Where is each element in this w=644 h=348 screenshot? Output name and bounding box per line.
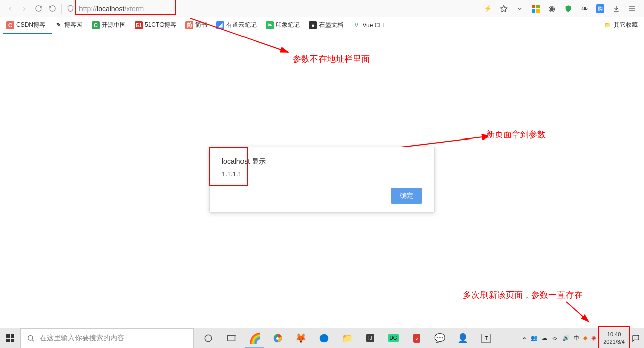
search-icon: [27, 334, 35, 342]
bookmark-0[interactable]: CCSDN博客: [3, 19, 48, 31]
svg-rect-13: [6, 339, 10, 342]
shield-icon[interactable]: [67, 5, 77, 12]
tray-volume-icon[interactable]: 🔊: [562, 335, 570, 341]
start-button[interactable]: [0, 328, 20, 349]
back-button[interactable]: [3, 2, 17, 16]
clock-time: 10:40: [603, 331, 625, 338]
bookmark-2[interactable]: C开源中国: [89, 19, 129, 31]
bookmark-1[interactable]: ✎博客园: [51, 19, 86, 31]
app-firefox[interactable]: 🦊: [289, 328, 312, 349]
download-icon[interactable]: [612, 4, 621, 13]
svg-line-20: [235, 335, 236, 336]
bookmark-label: 有道云笔记: [226, 21, 257, 29]
bookmark-4[interactable]: 简简书: [182, 19, 210, 31]
extension-icon-1[interactable]: ◉: [547, 4, 556, 13]
bookmark-label: 印象笔记: [276, 21, 300, 29]
taskbar-clock[interactable]: 10:40 2021/3/4: [600, 331, 628, 345]
bookmark-label: 开源中国: [102, 21, 126, 29]
bookmark-6[interactable]: ❧印象笔记: [263, 19, 303, 31]
chevron-down-icon[interactable]: [515, 4, 524, 13]
bookmark-label: CSDN博客: [16, 21, 45, 29]
bookmark-label: 石墨文档: [319, 21, 343, 29]
confirm-button[interactable]: 确定: [391, 188, 422, 204]
bookmarks-bar: CCSDN博客✎博客园C开源中国5151CTO博客简简书◢有道云笔记❧印象笔记●…: [0, 17, 644, 33]
svg-point-23: [320, 334, 329, 342]
tray-app-2[interactable]: ◉: [591, 335, 596, 341]
bookmark-5[interactable]: ◢有道云笔记: [213, 19, 260, 31]
svg-rect-4: [536, 9, 540, 13]
reload-button[interactable]: [31, 2, 45, 16]
svg-rect-18: [228, 335, 235, 341]
windows-taskbar: 在这里输入你要搜索的内容 🌈 🦊 📁 IJ DG ♪ 💬 👤 T 👥 ☁ 🔊 中…: [0, 328, 644, 348]
tray-cloud-icon[interactable]: ☁: [542, 335, 547, 341]
bookmark-icon: ●: [309, 21, 317, 29]
bookmark-icon: C: [92, 21, 100, 29]
other-bookmarks-label: 其它收藏: [614, 21, 638, 29]
bookmark-icon: 简: [185, 21, 193, 29]
svg-marker-0: [500, 5, 507, 12]
tray-people-icon[interactable]: 👥: [531, 335, 538, 341]
taskview-icon[interactable]: [220, 328, 243, 349]
bookmark-icon: V: [352, 21, 360, 29]
bookmark-icon: C: [6, 21, 14, 29]
svg-rect-14: [11, 339, 14, 342]
tray-ime-icon[interactable]: 中: [574, 334, 579, 342]
forward-button[interactable]: [17, 2, 31, 16]
tray-app-1[interactable]: ◆: [583, 335, 587, 341]
svg-line-19: [227, 335, 228, 336]
flash-icon[interactable]: ⚡: [483, 4, 492, 13]
alert-dialog: localhost 显示 1.1.1.1 确定: [209, 147, 435, 213]
tray-wifi-icon[interactable]: [551, 335, 558, 342]
folder-icon: 📁: [604, 21, 612, 29]
evernote-icon[interactable]: ❧: [580, 4, 589, 13]
url-text: http://localhost/xterm: [79, 5, 144, 13]
app-wechat[interactable]: 💬: [428, 328, 451, 349]
app-edge[interactable]: [312, 328, 336, 349]
star-icon[interactable]: [499, 4, 508, 13]
shopping-icon[interactable]: 购: [596, 4, 605, 13]
taskbar-search[interactable]: 在这里输入你要搜索的内容: [20, 328, 194, 349]
menu-icon[interactable]: [628, 4, 637, 13]
app-generic-1[interactable]: 👤: [451, 328, 474, 349]
bookmark-icon: ❧: [266, 21, 274, 29]
bookmark-8[interactable]: VVue CLI: [349, 19, 387, 31]
app-explorer[interactable]: 📁: [336, 328, 359, 349]
bookmark-icon: ✎: [54, 21, 62, 29]
search-placeholder: 在这里输入你要搜索的内容: [40, 334, 124, 343]
bookmark-3[interactable]: 5151CTO博客: [132, 19, 179, 31]
undo-button[interactable]: [45, 2, 59, 16]
svg-rect-3: [532, 9, 535, 13]
tray-chevron-up-icon[interactable]: [522, 336, 527, 341]
app-browser-1[interactable]: 🌈: [243, 328, 266, 349]
annotation-arrow-3: [564, 299, 594, 325]
bookmark-7[interactable]: ●石墨文档: [306, 19, 346, 31]
app-netease[interactable]: ♪: [405, 328, 428, 349]
tray-notifications-icon[interactable]: [632, 334, 640, 342]
svg-line-16: [32, 340, 34, 341]
browser-toolbar: http://localhost/xterm ⚡ ◉ ❧ 购: [0, 0, 644, 17]
annotation-text-1: 参数不在地址栏里面: [293, 53, 370, 65]
microsoft-icon[interactable]: [531, 4, 540, 13]
other-bookmarks[interactable]: 📁 其它收藏: [601, 19, 641, 31]
clock-date: 2021/3/4: [603, 338, 625, 345]
app-chrome[interactable]: [266, 328, 289, 349]
adguard-icon[interactable]: [564, 4, 573, 13]
svg-rect-1: [532, 5, 535, 8]
cortana-icon[interactable]: [197, 328, 220, 349]
page-content: 参数不在地址栏里面 新页面拿到参数 localhost 显示 1.1.1.1 确…: [0, 33, 644, 328]
app-intellij[interactable]: IJ: [359, 328, 382, 349]
svg-point-15: [28, 335, 33, 340]
annotation-box-dialog: [209, 147, 248, 186]
dialog-text: 1.1.1.1: [222, 170, 422, 178]
annotation-text-2: 新页面拿到参数: [486, 129, 546, 141]
bookmark-label: Vue CLI: [362, 22, 384, 29]
annotation-text-3: 多次刷新该页面，参数一直存在: [463, 289, 583, 301]
bookmark-label: 简书: [195, 21, 207, 29]
divider: [61, 4, 62, 14]
bookmark-icon: 51: [135, 21, 143, 29]
app-text[interactable]: T: [474, 328, 498, 349]
url-bar[interactable]: http://localhost/xterm: [79, 2, 483, 16]
bookmark-label: 51CTO博客: [145, 21, 176, 29]
svg-line-10: [566, 302, 589, 322]
app-datagrip[interactable]: DG: [382, 328, 405, 349]
